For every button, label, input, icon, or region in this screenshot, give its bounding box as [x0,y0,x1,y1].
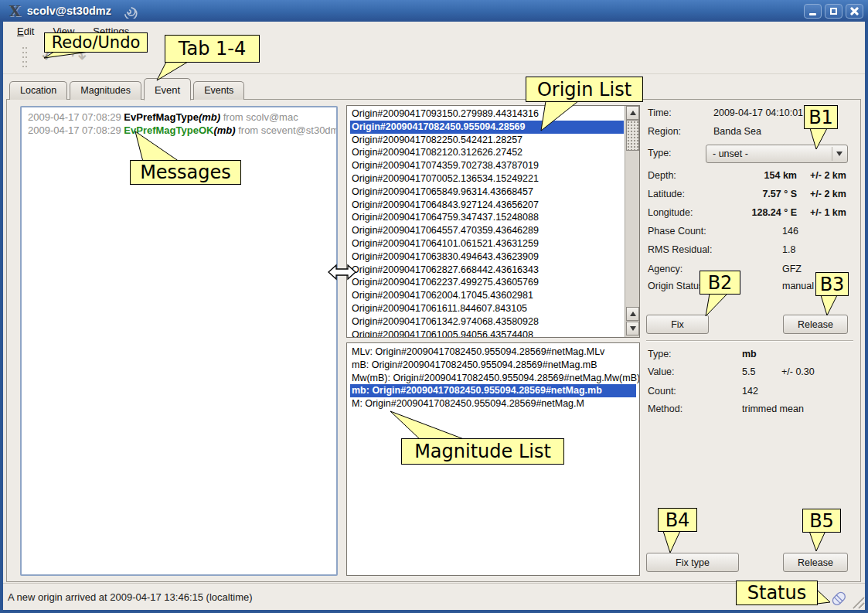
menu-edit[interactable]: Edit [9,23,42,39]
scroll-down-button[interactable] [626,322,639,335]
callout-b2: B2 [700,271,740,295]
mag-value-value: 5.5 [742,366,755,377]
minimize-icon [809,13,816,15]
scroll-up-button[interactable] [626,106,639,120]
origin-list-item[interactable]: Origin#20090417061342.974068.43580928 [350,315,624,329]
mag-type-value: mb [742,349,757,359]
callout-b5: B5 [802,509,841,533]
mag-value-error: +/- 0.30 [781,366,815,377]
callout-status: Status [736,581,818,605]
scolv-window: X scolv@st30dmz Edit View Settings ↶ ↷ L… [0,0,868,613]
message-time: 2009-04-17 07:08:29 [28,124,124,136]
origin-list-item[interactable]: Origin#20090417064843.927124.43656207 [350,199,624,212]
origin-list-item[interactable]: Origin#20090417061611.844607.843105 [350,302,624,315]
depth-label: Depth: [648,170,676,181]
status-message: A new origin arrived at 2009-04-17 13:46… [8,591,253,603]
close-button[interactable] [846,4,863,19]
tab[interactable]: Event [144,78,191,100]
tab[interactable]: Location [9,81,67,100]
message-item[interactable]: 2009-04-17 07:08:29 EvPrefMagType(mb) fr… [28,111,336,124]
callout-tab-1-4: Tab 1-4 [165,35,260,63]
origin-list-item[interactable]: Origin#20090417062827.668442.43616343 [350,264,624,277]
toolbar-drag-handle[interactable] [22,46,28,69]
magnitude-list-item[interactable]: MLv: Origin#20090417082450.955094.28569#… [350,346,636,359]
region-value: Banda Sea [713,126,761,137]
minimize-button[interactable] [804,4,822,19]
origin-list-item[interactable]: Origin#20090417061005.94056.43574408 [350,329,624,338]
phase-count-value: 146 [782,226,798,237]
origin-list-item[interactable]: Origin#20090417074359.702738.43787019 [350,159,624,172]
callout-origin-list: Origin List [526,77,643,102]
region-label: Region: [648,126,681,137]
message-arg: (mb) [199,111,220,123]
arrow-up-icon [630,312,636,316]
connection-status-icon[interactable] [829,588,849,608]
origin-list-item[interactable]: Origin#20090417062004.17045.43602981 [350,289,624,302]
release-magnitude-button[interactable]: Release [783,553,848,572]
origin-list-item[interactable]: Origin#20090417064557.470359.43646289 [350,224,624,237]
message-from: from scolv@mac [220,111,298,123]
origin-list-item[interactable]: Origin#20090417065849.96314.43668457 [350,186,624,199]
scrollbar-thumb[interactable] [626,120,639,151]
mag-count-value: 142 [742,386,758,397]
separator [646,340,853,342]
rms-residual-value: 1.8 [782,244,795,255]
message-arg: (mb) [213,124,235,136]
origin-list-item[interactable]: Origin#20090417082250.542421.28257 [350,134,624,147]
origin-list-item[interactable]: Origin#20090417093150.279989.44314316 [350,107,624,121]
longitude-value: 128.24 ° E [713,207,797,218]
scroll-up-button[interactable] [626,307,639,321]
longitude-label: Longitude: [648,207,693,218]
fix-button[interactable]: Fix [646,315,709,334]
message-name: EvPrefMagType [124,111,199,123]
magnitude-list-item[interactable]: mb: Origin#20090417082450.955094.28569#n… [350,384,636,397]
release-button[interactable]: Release [783,315,848,334]
phase-count-label: Phase Count: [648,226,706,237]
callout-messages: Messages [130,160,241,185]
event-type-value: - unset - [713,148,748,159]
origin-list-item[interactable]: Origin#20090417064759.347437.15248088 [350,211,624,224]
origin-list-item[interactable]: Origin#20090417082450.955094.28569 [350,121,624,134]
origin-list-scrollbar[interactable] [625,106,639,337]
fix-type-button[interactable]: Fix type [646,553,739,572]
mag-count-label: Count: [648,386,676,397]
message-item[interactable]: 2009-04-17 07:08:29 EvPrefMagTypeOK(mb) … [28,124,336,138]
origin-list-item[interactable]: Origin#20090417064101.061521.43631259 [350,237,624,250]
magnitude-list-item[interactable]: Mw(mB): Origin#20090417082450.955094.285… [350,372,636,385]
maximize-button[interactable] [825,4,842,19]
magnitude-list-item[interactable]: mB: Origin#20090417082450.955094.28569#n… [350,359,636,372]
origin-list-item[interactable]: Origin#20090417063830.494643.43623909 [350,250,624,264]
window-icon: X [9,2,21,19]
callout-b4: B4 [658,508,697,532]
message-name: EvPrefMagTypeOK [124,124,213,136]
window-border [0,22,3,613]
resize-cursor-icon [328,264,356,284]
close-icon [850,7,859,15]
latitude-label: Latitude: [648,189,685,199]
window-border [0,610,868,613]
arrow-up-icon [630,111,636,115]
origin-list-item[interactable]: Origin#20090417070052.136534.15249221 [350,172,624,186]
origin-list-item[interactable]: Origin#20090417062237.499275.43605769 [350,276,624,289]
origin-list-item[interactable]: Origin#20090417082120.312626.27452 [350,146,624,159]
type-label: Type: [648,148,672,158]
callout-b3: B3 [815,272,849,296]
latitude-error: +/- 2 km [810,189,846,199]
titlebar[interactable]: X scolv@st30dmz [0,0,868,22]
origin-info-panel: Time:2009-04-17 04:10:01 Region:Banda Se… [646,105,853,576]
dropdown-arrow-icon [832,147,846,161]
time-label: Time: [648,107,672,118]
depth-value: 154 km [713,170,797,181]
message-time: 2009-04-17 07:08:29 [28,111,124,123]
window-title: scolv@st30dmz [27,5,111,17]
magnitude-list-item[interactable]: M: Origin#20090417082450.955094.28569#ne… [350,397,636,410]
mag-value-label: Value: [648,366,675,377]
tab[interactable]: Magnitudes [70,81,141,100]
message-from: from scevent@st30dmz [236,124,338,136]
event-type-dropdown[interactable]: - unset - [706,145,848,163]
seiscomp-logo-icon [119,2,139,21]
mag-method-label: Method: [648,404,682,414]
tab[interactable]: Events [193,81,244,100]
origin-list: Origin#20090417093150.279989.44314316Ori… [346,105,640,338]
callout-magnitude-list: Magnitude List [401,438,564,465]
